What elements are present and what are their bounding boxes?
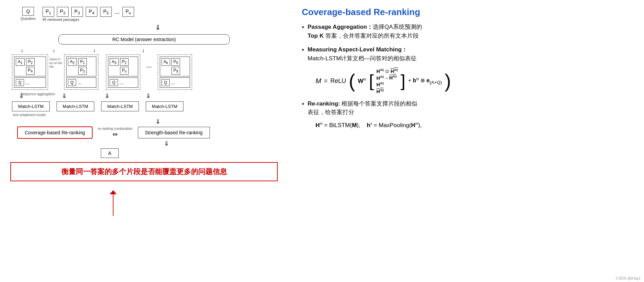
match-lstm-2: Match-LSTM [57, 101, 94, 111]
formula-relu: ReLU [330, 77, 346, 85]
red-arrow-svg [103, 190, 123, 218]
text-entailment-label: text entailment model [13, 113, 278, 117]
question-label: Question [21, 16, 36, 21]
passages-label: IR retrieved passages [43, 17, 79, 22]
pn-ag3: Pn [120, 67, 129, 74]
p4-group: P4 [86, 7, 97, 17]
section-title: Coverage-based Re-ranking [302, 7, 630, 17]
svg-marker-1 [110, 190, 117, 194]
matrix-row-2: Haq − Haq [377, 75, 398, 81]
ellipsis-passages: ... [115, 8, 120, 17]
ag2-bottom: Q ... [66, 77, 96, 88]
answer-a-row: A [10, 148, 209, 158]
bullet-2: • Measuring Aspect-Level Matching： Match… [302, 45, 630, 63]
bullet-1-bold: Passage Aggregation： [308, 24, 373, 30]
q-ag2: Q [68, 79, 76, 86]
arrows-to-groups: ↓ ↓ ↓ ↓ [10, 47, 278, 53]
answer-a-box: A [101, 148, 118, 158]
coverage-reranking-box: Coverage-based Re-ranking [17, 126, 93, 139]
formula-m-var: M [315, 77, 321, 85]
bracket-right: ] [401, 72, 405, 89]
matrix-content: Haq ⊙ Haq Haq − Haq Haq Haq [377, 68, 398, 94]
agk-bottom: Q ... [160, 77, 190, 88]
formula-bilstm: Hm = BiLSTM(M), hs = MaxPooling(Hm), [315, 122, 422, 128]
bullet-2-bold: Measuring Aspect-Level Matching： [308, 46, 407, 53]
p69-stack: P6 P9 [171, 58, 180, 75]
reranking-row: Coverage-based Re-ranking re-ranking com… [10, 126, 278, 139]
p13-stack: P1 P3 [78, 58, 87, 75]
top-inputs-row: Q Question P1 P2 P3 P4 P5 ... [10, 7, 278, 22]
pn-group: Pn [122, 7, 134, 17]
formula-bilstm-area: Hm = BiLSTM(M), hs = MaxPooling(Hm), [315, 122, 630, 129]
q-ag3: Q [110, 79, 118, 86]
red-banner-text: 衡量同一答案的多个片段是否能覆盖更多的问题信息 [61, 168, 227, 175]
seqagg-arrow-area: Sequence aggregation ⇓ ⇓ ⇓ ⇓ [12, 91, 278, 100]
ag1-bottom: Q ... [14, 77, 46, 88]
dots-ag1: ... [25, 80, 29, 85]
formula-wm: Wm [358, 77, 366, 85]
p2-box: P2 [57, 7, 69, 17]
a2-box: A2 [68, 58, 77, 66]
match-lstm-row: Match-LSTM Match-LSTM Match-LSTM Match-L… [10, 101, 278, 111]
csdn-watermark: CSDN @Kilig1 [616, 276, 641, 280]
group-ellipsis: ... [144, 54, 154, 69]
dots-agk: ... [171, 80, 175, 85]
formula-bm: + bm ⊗ e(A+Q) [408, 77, 442, 85]
answer-group-1: A1 P2 P4 Same P as on the top Q ... [12, 54, 48, 90]
p5-group: P5 [100, 7, 112, 17]
formula-m-area: M = ReLU ( Wm [ Haq ⊙ Haq Haq − Haq Haq … [315, 68, 630, 94]
reranking-combination-group: re-ranking combination ⇔ [98, 127, 133, 138]
big-paren-left: ( [349, 72, 355, 90]
ag2-inner: A2 P1 P3 [66, 57, 96, 76]
arrow3: ↓ [93, 47, 96, 53]
ag1-inner: A1 P2 P4 Same P as on the top [14, 57, 46, 76]
p24-stack: P2 P4 [26, 58, 35, 75]
big-paren-right: ) [445, 72, 451, 90]
reranking-comb-label: re-ranking combination [98, 127, 133, 131]
left-panel: Q Question P1 P2 P3 P4 P5 ... [0, 0, 288, 282]
p1-group: P1 [43, 7, 54, 17]
bullet-text-1: Passage Aggregation：选择QA系统预测的 Top K 答案，合… [308, 23, 422, 40]
p9-agk: P9 [171, 67, 180, 74]
arrow-to-rc: ⇓ [38, 23, 278, 32]
strength-reranking-box: Strength-based Re-ranking [138, 127, 210, 138]
q-agk: Q [162, 79, 170, 86]
p4-ag1: P4 [26, 67, 35, 74]
pn-box: Pn [122, 7, 134, 17]
q-ag1: Q [16, 79, 24, 86]
p3-group: P3 [71, 7, 83, 17]
arrow-lstm3: ⇓ [105, 92, 110, 100]
dots-ag3: ... [119, 80, 123, 85]
match-lstm-3: Match-LSTM [101, 101, 139, 111]
p3-box: P3 [71, 7, 83, 17]
same-p-label: Same P as on the top [49, 58, 63, 69]
ag3-inner: A3 P2 Pn [108, 57, 138, 76]
bullet-dot-1: • [302, 23, 304, 31]
arrow-to-a: ⇓ [55, 140, 278, 147]
rc-model-row: RC Model (answer extraction) [10, 34, 278, 45]
bullet-3-bold: Re-ranking: [308, 100, 342, 107]
match-lstm-1: Match-LSTM [12, 101, 50, 111]
reranking-arrows: ⇔ [112, 131, 118, 138]
answer-group-2: A2 P1 P3 Q ... [64, 54, 98, 90]
arrow-lstm2: ⇓ [62, 92, 67, 100]
p6-agk: P6 [171, 58, 180, 66]
arrow4: ↓ [142, 47, 145, 53]
seq-agg-label: Sequence aggregation [21, 92, 55, 96]
p2-ag3: P2 [120, 58, 129, 66]
p1-box: P1 [43, 7, 54, 17]
bullet-text-3: Re-ranking: 根据每个答案支撑片段的相似 表征，给答案打分 [308, 99, 417, 117]
matrix-row-1: Haq ⊙ Haq [377, 68, 398, 74]
p5-box: P5 [100, 7, 112, 17]
p2-ag1: P2 [26, 58, 35, 66]
p1-ag2: P1 [78, 58, 87, 66]
dots-ag2: ... [77, 80, 82, 85]
ag3-bottom: Q ... [108, 77, 138, 88]
bullet-dot-2: • [302, 46, 304, 54]
matrix-row-3: Haq [377, 81, 398, 87]
bracket-left: [ [369, 72, 374, 89]
bullet-dot-3: • [302, 100, 304, 108]
answer-groups-row: A1 P2 P4 Same P as on the top Q ... A2 P… [10, 54, 278, 90]
match-lstm-4: Match-LSTM [146, 101, 183, 111]
answer-group-k: Ak P6 P9 Q ... [158, 54, 192, 90]
